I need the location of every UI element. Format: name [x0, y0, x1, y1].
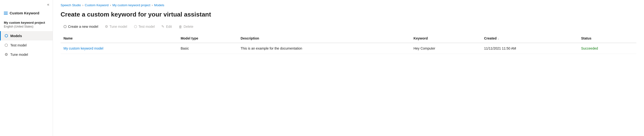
edit-button[interactable]: ✎ Edit — [158, 23, 174, 30]
status-badge: Succeeded — [581, 46, 598, 50]
sidebar-item-label-models: Models — [10, 34, 22, 38]
delete-button[interactable]: 🗑 Delete — [176, 23, 196, 30]
cell-model_type-0: Basic — [178, 43, 238, 54]
test-model-button[interactable]: ⬡ Test model — [131, 23, 158, 30]
breadcrumb-separator-2: › — [152, 3, 153, 7]
breadcrumb-item-0[interactable]: Speech Studio — [60, 3, 81, 7]
collapse-icon: « — [47, 2, 49, 7]
project-language: English (United States) — [0, 25, 53, 30]
table-body: My custom keyword modelBasicThis is an e… — [60, 43, 636, 54]
sidebar-nav: ⬡Models⬡Test model⚙Tune model — [0, 31, 53, 59]
col-header-created[interactable]: Created↓ — [481, 34, 578, 43]
model-name-link[interactable]: My custom keyword model — [64, 46, 104, 50]
create-new-model-button[interactable]: ⬡ Create a new model — [60, 23, 101, 30]
tune-model-icon: ⚙ — [4, 52, 8, 57]
sidebar-app-title: Custom Keyword — [0, 9, 53, 19]
page-title: Create a custom keyword for your virtual… — [60, 11, 636, 18]
col-header-keyword: Keyword — [411, 34, 481, 43]
col-header-name: Name — [60, 34, 178, 43]
breadcrumb-separator-1: › — [110, 3, 111, 7]
sidebar: « Custom Keyword My custom keyword proje… — [0, 0, 53, 136]
table-header: NameModel typeDescriptionKeywordCreated↓… — [60, 34, 636, 43]
tune-icon: ⚙ — [105, 24, 108, 29]
tune-model-button[interactable]: ⚙ Tune model — [102, 23, 130, 30]
col-header-description: Description — [238, 34, 411, 43]
cell-description-0: This is an example for the documentation — [238, 43, 411, 54]
breadcrumb-item-1[interactable]: Custom Keyword — [85, 3, 109, 7]
breadcrumb-separator-0: › — [82, 3, 84, 7]
table-row[interactable]: My custom keyword modelBasicThis is an e… — [60, 43, 636, 54]
sidebar-item-models[interactable]: ⬡Models — [0, 31, 53, 40]
cell-created-0: 11/11/2021 11:50 AM — [481, 43, 578, 54]
breadcrumb-item-3[interactable]: Models — [154, 3, 164, 7]
test-icon: ⬡ — [134, 24, 137, 29]
edit-icon: ✎ — [161, 24, 164, 29]
cell-name-0[interactable]: My custom keyword model — [60, 43, 178, 54]
table-header-row: NameModel typeDescriptionKeywordCreated↓… — [60, 34, 636, 43]
delete-icon: 🗑 — [179, 25, 182, 29]
breadcrumb-item-2[interactable]: My custom keyword project — [112, 3, 150, 7]
sidebar-item-label-test-model: Test model — [10, 43, 27, 47]
sidebar-item-label-tune-model: Tune model — [10, 53, 28, 57]
sidebar-item-tune-model[interactable]: ⚙Tune model — [0, 50, 53, 59]
created-sort-icon: ↓ — [498, 37, 499, 40]
cell-status-0: Succeeded — [578, 43, 636, 54]
toolbar: ⬡ Create a new model ⚙ Tune model ⬡ Test… — [60, 23, 636, 30]
sidebar-item-test-model[interactable]: ⬡Test model — [0, 40, 53, 50]
main-content: Speech Studio›Custom Keyword›My custom k… — [53, 0, 644, 136]
sidebar-collapse-button[interactable]: « — [0, 0, 53, 9]
col-header-status: Status — [578, 34, 636, 43]
test-model-icon: ⬡ — [4, 43, 8, 47]
models-icon: ⬡ — [4, 34, 8, 38]
breadcrumb: Speech Studio›Custom Keyword›My custom k… — [60, 0, 636, 10]
cell-keyword-0: Hey Computer — [411, 43, 481, 54]
project-name: My custom keyword project — [0, 19, 53, 25]
menu-icon — [4, 12, 8, 15]
models-table: NameModel typeDescriptionKeywordCreated↓… — [60, 34, 636, 54]
col-header-model_type: Model type — [178, 34, 238, 43]
create-icon: ⬡ — [64, 24, 66, 29]
